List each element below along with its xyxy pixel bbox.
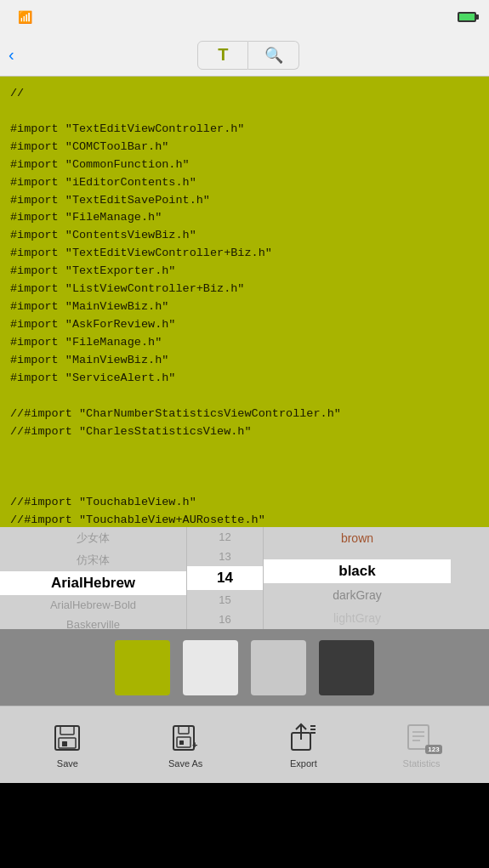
export-label: Export	[290, 758, 317, 769]
svg-rect-5	[179, 726, 189, 734]
svg-rect-3	[62, 741, 67, 746]
code-line	[10, 103, 479, 121]
code-line: #import "ListViewController+Biz.h"	[10, 281, 479, 298]
code-line: #import "FileManage.h"	[10, 334, 479, 352]
status-bar: 📶	[0, 0, 489, 34]
save-as-icon: +	[168, 722, 202, 754]
back-button[interactable]: ‹	[9, 45, 17, 65]
code-line	[10, 458, 479, 476]
code-line: //	[10, 85, 479, 103]
stats-icon: 123	[405, 722, 439, 754]
color-swatch-light-gray[interactable]	[183, 640, 238, 695]
font-picker-item[interactable]: 仿宋体	[0, 549, 186, 571]
size-picker-item[interactable]: 13	[187, 547, 263, 566]
font-picker-item[interactable]: ArialHebrew-Bold	[0, 595, 186, 615]
save-icon	[50, 722, 84, 754]
code-line: //#import "CharlesStatisticsView.h"	[10, 423, 479, 441]
status-right	[458, 12, 476, 22]
size-picker-item[interactable]: 14	[187, 566, 263, 590]
stats-toolbar-button[interactable]: 123 Statistics	[388, 722, 456, 769]
font-icon: T	[218, 45, 228, 65]
code-line	[10, 388, 479, 406]
color-picker-item[interactable]	[264, 551, 451, 558]
size-picker-item[interactable]: 15	[187, 590, 263, 610]
code-line: #import "ContentsViewBiz.h"	[10, 227, 479, 245]
code-line	[10, 476, 479, 494]
stats-icon-container: 123	[405, 722, 439, 754]
chevron-left-icon: ‹	[9, 45, 14, 65]
color-swatch-medium-gray[interactable]	[251, 640, 306, 695]
code-line	[10, 440, 479, 458]
save-label: Save	[57, 758, 78, 769]
svg-rect-1	[60, 726, 74, 735]
color-swatch-dark-gray[interactable]	[319, 640, 374, 695]
search-icon: 🔍	[264, 46, 283, 65]
code-line: #import "MainViewBiz.h"	[10, 352, 479, 370]
code-line: #import "COMCToolBar.h"	[10, 139, 479, 156]
battery-icon	[458, 12, 476, 22]
code-line: //#import "CharNumberStatisticsViewContr…	[10, 406, 479, 423]
save-as-label: Save As	[168, 758, 202, 769]
code-editor[interactable]: // #import "TextEditViewController.h"#im…	[0, 77, 489, 527]
color-picker-item[interactable]: brown	[264, 528, 451, 548]
code-line: //#import "TouchableView.h"	[10, 494, 479, 512]
code-line: #import "AskForReview.h"	[10, 316, 479, 334]
save-as-toolbar-button[interactable]: + Save As	[151, 722, 219, 769]
code-line: #import "TextExporter.h"	[10, 263, 479, 281]
code-line: //#import "TouchableView+AURosette.h"	[10, 512, 479, 527]
size-picker-item[interactable]: 12	[187, 527, 263, 547]
code-line: #import "TextEditSavePoint.h"	[10, 192, 479, 210]
size-picker-item[interactable]: 16	[187, 610, 263, 629]
font-button[interactable]: T	[197, 41, 248, 70]
color-picker-item[interactable]: darkGray	[264, 585, 451, 605]
code-line: #import "ServiceAlert.h"	[10, 370, 479, 388]
code-line: #import "TextEditViewController+Biz.h"	[10, 245, 479, 263]
export-icon	[287, 722, 321, 754]
color-swatch-yellow-green[interactable]	[115, 640, 170, 695]
color-picker-item[interactable]: black	[264, 559, 451, 583]
code-line: #import "CommonFunction.h"	[10, 156, 479, 174]
size-picker[interactable]: 1213141516	[187, 527, 264, 629]
bottom-toolbar: Save + Save As Export 123 Statistics	[0, 706, 489, 783]
save-toolbar-button[interactable]: Save	[33, 722, 101, 769]
code-line: #import "FileManage.h"	[10, 209, 479, 227]
code-line: #import "TextEditViewController.h"	[10, 121, 479, 139]
font-picker[interactable]: 少女体仿宋体ArialHebrewArialHebrew-BoldBaskerv…	[0, 527, 187, 629]
search-button[interactable]: 🔍	[248, 41, 299, 70]
font-picker-item[interactable]: ArialHebrew	[0, 571, 186, 595]
svg-text:+: +	[192, 740, 197, 750]
status-left: 📶	[13, 10, 32, 24]
stats-badge: 123	[425, 745, 441, 754]
color-swatches	[0, 629, 489, 706]
nav-center-controls: T 🔍	[197, 41, 299, 70]
code-line: #import "MainViewBiz.h"	[10, 298, 479, 316]
color-picker-item[interactable]: lightGray	[264, 608, 451, 628]
font-picker-item[interactable]: 少女体	[0, 527, 186, 549]
stats-label: Statistics	[403, 758, 441, 769]
font-picker-item[interactable]: Baskerville	[0, 615, 186, 629]
export-toolbar-button[interactable]: Export	[270, 722, 338, 769]
svg-rect-7	[179, 740, 184, 745]
picker-panel: 少女体仿宋体ArialHebrewArialHebrew-BoldBaskerv…	[0, 527, 489, 629]
code-line: #import "iEditorContents.h"	[10, 174, 479, 192]
nav-bar: ‹ T 🔍	[0, 34, 489, 77]
color-picker[interactable]: brownblackdarkGraylightGray	[264, 527, 451, 629]
wifi-icon: 📶	[18, 10, 32, 24]
